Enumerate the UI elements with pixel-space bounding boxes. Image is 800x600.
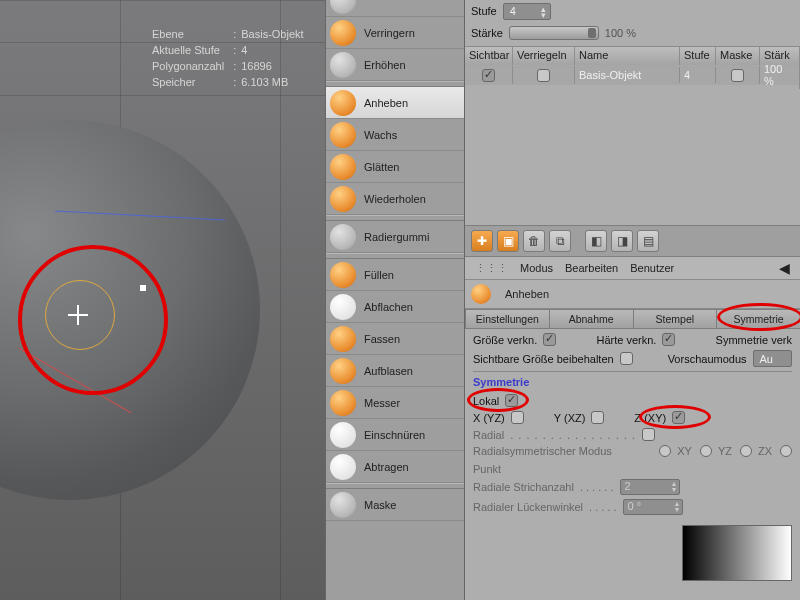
sichtbare-groesse-label: Sichtbare Größe beibehalten <box>473 353 614 365</box>
radio-yz[interactable] <box>700 445 712 457</box>
tool-icon <box>330 20 356 46</box>
properties-panel: Stufe 4▴▾ Stärke 100 % Sichtbar Verriege… <box>465 0 800 600</box>
tool-label: Aufblasen <box>364 365 413 377</box>
tool-icon <box>330 90 356 116</box>
toolbar-btn-b[interactable]: ◨ <box>611 230 633 252</box>
sym-x-label: X (YZ) <box>473 412 505 424</box>
tool-radiergummi[interactable]: Radiergummi <box>326 221 464 253</box>
tool-icon <box>330 0 356 14</box>
radial-strich-field[interactable]: 2▴▾ <box>620 479 680 495</box>
tool-label: Messer <box>364 397 400 409</box>
tab-abnahme[interactable]: Abnahme <box>549 309 633 329</box>
tool-label: Wiederholen <box>364 193 426 205</box>
vorschaumodus-label: Vorschaumodus <box>668 353 747 365</box>
menu-benutzer[interactable]: Benutzer <box>630 262 674 274</box>
staerke-slider[interactable] <box>509 26 599 40</box>
tool-einschnüren[interactable]: Einschnüren <box>326 419 464 451</box>
radial-mode-label: Radialsymmetrischer Modus <box>473 445 612 457</box>
sym-z-check[interactable] <box>672 411 685 424</box>
col-stufe[interactable]: Stufe <box>680 47 716 65</box>
tool-maske[interactable]: Maske <box>326 489 464 521</box>
radial-check[interactable] <box>642 428 655 441</box>
tool-label: Glätten <box>364 161 399 173</box>
tool-label: Verringern <box>364 27 415 39</box>
tab-einstellungen[interactable]: Einstellungen <box>465 309 549 329</box>
tool-label: Erhöhen <box>364 59 406 71</box>
menu-modus[interactable]: Modus <box>520 262 553 274</box>
tool-aufblasen[interactable]: Aufblasen <box>326 355 464 387</box>
vorschaumodus-dropdown[interactable]: Au <box>753 350 792 367</box>
grid-line <box>0 0 325 1</box>
tool-icon <box>330 454 356 480</box>
add-folder-button[interactable]: ▣ <box>497 230 519 252</box>
lock-checkbox[interactable] <box>537 69 550 82</box>
tool-icon <box>330 186 356 212</box>
col-name[interactable]: Name <box>575 47 680 65</box>
col-sichtbar[interactable]: Sichtbar <box>465 47 513 65</box>
tool-erhöhen[interactable]: Erhöhen <box>326 49 464 81</box>
layer-staerke: 100 % <box>760 61 800 89</box>
tool-icon <box>330 262 356 288</box>
radio-xy[interactable] <box>659 445 671 457</box>
sym-y-check[interactable] <box>591 411 604 424</box>
sym-y-label: Y (XZ) <box>554 412 586 424</box>
haerte-verkn-check[interactable] <box>662 333 675 346</box>
tab-stempel[interactable]: Stempel <box>633 309 717 329</box>
radio-punkt[interactable] <box>780 445 792 457</box>
layer-name: Basis-Objekt <box>575 67 680 83</box>
radial-gap-field[interactable]: 0 °▴▾ <box>623 499 683 515</box>
delete-button[interactable]: 🗑 <box>523 230 545 252</box>
tool-glätten[interactable]: Glätten <box>326 151 464 183</box>
tool-verringern[interactable]: Verringern <box>326 17 464 49</box>
tool-wiederholen[interactable]: Wiederholen <box>326 183 464 215</box>
tool-icon <box>330 224 356 250</box>
tool-unnamed[interactable] <box>326 0 464 17</box>
tool-abflachen[interactable]: Abflachen <box>326 291 464 323</box>
col-maske[interactable]: Maske <box>716 47 760 65</box>
tool-füllen[interactable]: Füllen <box>326 259 464 291</box>
tool-messer[interactable]: Messer <box>326 387 464 419</box>
tool-fassen[interactable]: Fassen <box>326 323 464 355</box>
mask-checkbox[interactable] <box>731 69 744 82</box>
brush-header-label: Anheben <box>505 288 549 300</box>
staerke-value: 100 % <box>605 27 636 39</box>
tool-icon <box>330 122 356 148</box>
tool-icon <box>330 154 356 180</box>
groesse-verkn-check[interactable] <box>543 333 556 346</box>
haerte-verkn-label: Härte verkn. <box>596 334 656 346</box>
tool-anheben[interactable]: Anheben <box>326 87 464 119</box>
copy-button[interactable]: ⧉ <box>549 230 571 252</box>
tool-icon <box>330 326 356 352</box>
visible-checkbox[interactable] <box>482 69 495 82</box>
add-layer-button[interactable]: ✚ <box>471 230 493 252</box>
stufe-dropdown[interactable]: 4▴▾ <box>503 3 551 20</box>
radio-zx[interactable] <box>740 445 752 457</box>
menu-bearbeiten[interactable]: Bearbeiten <box>565 262 618 274</box>
tool-wachs[interactable]: Wachs <box>326 119 464 151</box>
radial-strich-label: Radiale Strichanzahl <box>473 481 574 493</box>
tool-label: Maske <box>364 499 396 511</box>
sym-x-check[interactable] <box>511 411 524 424</box>
radial-label: Radial <box>473 429 504 441</box>
toolbar-btn-a[interactable]: ◧ <box>585 230 607 252</box>
tool-icon <box>330 294 356 320</box>
lokal-label: Lokal <box>473 395 499 407</box>
toolbar-btn-c[interactable]: ▤ <box>637 230 659 252</box>
menu-back-icon[interactable]: ◀ <box>779 260 790 276</box>
col-verriegeln[interactable]: Verriegeln <box>513 47 575 65</box>
grid-line <box>0 95 325 96</box>
lokal-check[interactable] <box>505 394 518 407</box>
tool-label: Anheben <box>364 97 408 109</box>
falloff-curve-preview[interactable] <box>682 525 792 581</box>
viewport-3d[interactable]: Ebene:Basis-Objekt Aktuelle Stufe:4 Poly… <box>0 0 325 600</box>
tool-icon <box>330 390 356 416</box>
sym-z-label: Z (XY) <box>634 412 666 424</box>
layer-row[interactable]: Basis-Objekt 4 100 % <box>465 65 800 85</box>
tool-abtragen[interactable]: Abtragen <box>326 451 464 483</box>
sichtbare-groesse-check[interactable] <box>620 352 633 365</box>
tab-symmetrie[interactable]: Symmetrie <box>716 309 800 329</box>
tool-label: Füllen <box>364 269 394 281</box>
tool-label: Abflachen <box>364 301 413 313</box>
tool-label: Einschnüren <box>364 429 425 441</box>
sculpt-tool-list: VerringernErhöhenAnhebenWachsGlättenWied… <box>325 0 465 600</box>
